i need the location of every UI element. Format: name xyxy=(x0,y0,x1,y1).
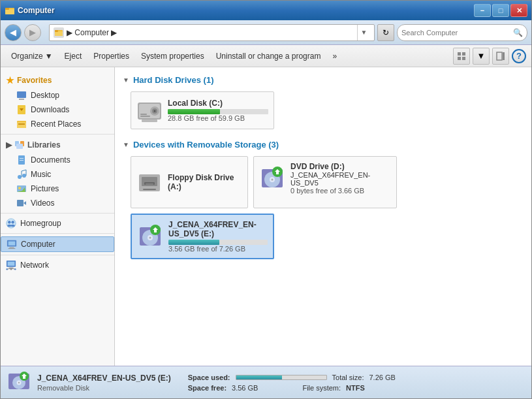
local-disk-c-top: Local Disk (C:) 28.8 GB free of 59.9 GB xyxy=(136,97,268,123)
usb-drive-e-name: J_CENA_X64FREV_EN-US_DV5 (E:) xyxy=(168,220,268,238)
floppy-drive-a-info: Floppy Disk Drive (A:) xyxy=(168,173,242,191)
sidebar-item-network[interactable]: Network xyxy=(1,258,114,272)
status-bar-container xyxy=(236,375,327,380)
svg-point-24 xyxy=(18,175,22,179)
usb-drive-e-top: J_CENA_X64FREV_EN-US_DV5 (E:) 3.56 GB fr… xyxy=(137,220,268,253)
svg-rect-39 xyxy=(8,248,16,249)
address-box[interactable]: ▶ Computer ▶ ▼ xyxy=(49,24,375,41)
view-dropdown-button[interactable]: ▼ xyxy=(473,48,490,65)
computer-sidebar-icon xyxy=(7,239,17,249)
refresh-button[interactable]: ↻ xyxy=(377,24,394,41)
homegroup-icon xyxy=(6,218,16,229)
svg-rect-10 xyxy=(497,52,502,60)
eject-button[interactable]: Eject xyxy=(59,48,87,65)
search-box[interactable]: 🔍 xyxy=(397,24,527,41)
status-file-system-value: NTFS xyxy=(346,384,365,392)
svg-rect-4 xyxy=(55,31,63,36)
minimize-button[interactable]: − xyxy=(474,4,491,17)
dvd-drive-d-info: DVD Drive (D:) J_CENA_X64FREV_EN-US_DV5 … xyxy=(290,162,391,195)
sidebar-item-pictures[interactable]: Pictures xyxy=(1,182,114,196)
floppy-drive-a-top: Floppy Disk Drive (A:) xyxy=(136,169,242,195)
status-space-free-value: 3.56 GB xyxy=(232,384,258,392)
svg-rect-9 xyxy=(462,57,465,60)
sidebar-item-videos[interactable]: Videos xyxy=(1,196,114,210)
more-toolbar-button[interactable]: » xyxy=(327,48,342,65)
libraries-header[interactable]: ▶ Libraries xyxy=(1,137,114,153)
svg-marker-30 xyxy=(23,201,26,205)
organize-button[interactable]: Organize ▼ xyxy=(6,48,58,65)
music-icon xyxy=(16,169,27,180)
sidebar-item-desktop[interactable]: Desktop xyxy=(1,88,114,103)
svg-rect-53 xyxy=(140,116,150,117)
network-icon xyxy=(6,260,16,270)
local-disk-c-tile[interactable]: Local Disk (C:) 28.8 GB free of 59.9 GB xyxy=(131,91,274,129)
sidebar-item-computer[interactable]: Computer xyxy=(1,236,114,252)
sidebar-item-recent-places[interactable]: Recent Places xyxy=(1,117,114,131)
status-drive-name: J_CENA_X64FREV_EN-US_DV5 (E:) xyxy=(37,374,171,383)
sidebar-item-downloads[interactable]: Downloads xyxy=(1,103,114,117)
floppy-drive-a-tile[interactable]: Floppy Disk Drive (A:) xyxy=(131,156,248,208)
sidebar: ★ Favorites Desktop xyxy=(1,67,115,366)
favorites-header[interactable]: ★ Favorites xyxy=(1,72,114,88)
svg-rect-23 xyxy=(20,160,23,161)
system-properties-button[interactable]: System properties xyxy=(136,48,210,65)
uninstall-button[interactable]: Uninstall or change a program xyxy=(211,48,326,65)
dvd-drive-d-icon xyxy=(259,165,285,191)
status-space-free-label: Space free: xyxy=(188,384,227,392)
search-input[interactable] xyxy=(401,29,513,37)
hard-disk-grid: Local Disk (C:) 28.8 GB free of 59.9 GB xyxy=(123,91,524,129)
forward-button[interactable]: ▶ xyxy=(24,24,41,41)
svg-rect-41 xyxy=(8,262,15,266)
dvd-drive-d-tile[interactable]: DVD Drive (D:) J_CENA_X64FREV_EN-US_DV5 … xyxy=(253,156,397,208)
svg-rect-22 xyxy=(20,158,23,159)
floppy-drive-a-icon xyxy=(136,169,163,195)
computer-label: Computer xyxy=(21,240,55,249)
sidebar-item-documents[interactable]: Documents xyxy=(1,153,114,167)
svg-rect-1 xyxy=(5,9,14,14)
status-info: J_CENA_X64FREV_EN-US_DV5 (E:) Removable … xyxy=(37,374,171,392)
svg-rect-20 xyxy=(16,144,23,149)
svg-rect-55 xyxy=(142,120,157,122)
back-button[interactable]: ◀ xyxy=(5,24,22,41)
hard-disk-section-title: Hard Disk Drives (1) xyxy=(123,75,524,85)
svg-point-70 xyxy=(149,237,151,239)
address-dropdown[interactable]: ▼ xyxy=(357,25,370,40)
maximize-button[interactable]: □ xyxy=(492,4,509,17)
usb-drive-e-space: 3.56 GB free of 7.26 GB xyxy=(168,245,268,253)
dvd-drive-d-space: 0 bytes free of 3.66 GB xyxy=(290,187,391,195)
address-bar: ◀ ▶ ▶ Computer ▶ ▼ ↻ 🔍 xyxy=(1,20,531,45)
svg-rect-60 xyxy=(143,189,156,190)
window-title: Computer xyxy=(18,6,55,15)
removable-grid: Floppy Disk Drive (A:) xyxy=(123,156,524,259)
favorites-label: Favorites xyxy=(17,76,52,85)
svg-rect-8 xyxy=(458,57,461,60)
svg-point-35 xyxy=(11,225,15,227)
libraries-label: Libraries xyxy=(27,140,61,150)
documents-icon xyxy=(16,155,27,165)
toolbar-right: ▼ ? xyxy=(453,48,526,65)
usb-drive-e-bar-container xyxy=(168,240,268,245)
sidebar-item-homegroup[interactable]: Homegroup xyxy=(1,216,114,231)
properties-button[interactable]: Properties xyxy=(88,48,134,65)
sidebar-item-music[interactable]: Music xyxy=(1,167,114,182)
local-disk-c-info: Local Disk (C:) 28.8 GB free of 59.9 GB xyxy=(168,99,268,122)
help-button[interactable]: ? xyxy=(512,49,526,63)
status-bar-fill xyxy=(236,375,282,379)
status-space-used-row: Space used: Total size: 7.26 GB xyxy=(188,374,396,381)
svg-rect-12 xyxy=(17,91,26,98)
close-button[interactable]: ✕ xyxy=(510,4,527,17)
view-toggle-button[interactable] xyxy=(453,48,470,65)
sidebar-divider-2 xyxy=(1,213,114,214)
preview-pane-button[interactable] xyxy=(492,48,509,65)
favorites-star-icon: ★ xyxy=(6,75,14,86)
svg-rect-38 xyxy=(9,247,14,248)
main-content: ★ Favorites Desktop xyxy=(1,67,531,366)
usb-drive-e-tile[interactable]: J_CENA_X64FREV_EN-US_DV5 (E:) 3.56 GB fr… xyxy=(131,214,274,259)
usb-drive-e-info: J_CENA_X64FREV_EN-US_DV5 (E:) 3.56 GB fr… xyxy=(168,220,268,253)
status-space-free-row: Space free: 3.56 GB File system: NTFS xyxy=(188,384,396,392)
toolbar: Organize ▼ Eject Properties System prope… xyxy=(1,45,531,67)
svg-point-34 xyxy=(7,225,11,227)
local-disk-c-name: Local Disk (C:) xyxy=(168,99,268,108)
svg-rect-5 xyxy=(55,30,58,32)
status-bar: J_CENA_X64FREV_EN-US_DV5 (E:) Removable … xyxy=(1,366,531,398)
